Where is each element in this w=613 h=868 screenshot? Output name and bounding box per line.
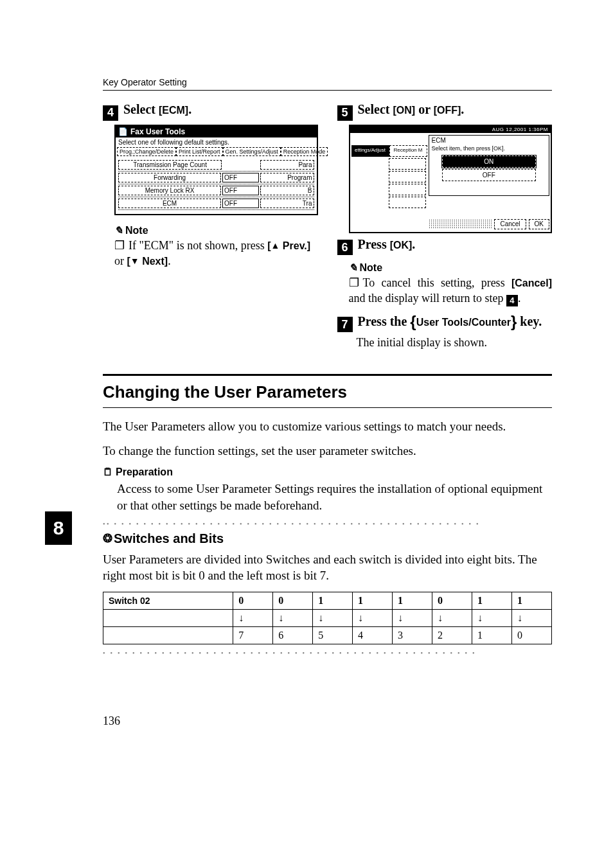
step4-button-label: [ECM] [159,105,188,116]
prev-button-label: [▲ Prev.] [267,240,310,251]
step6-ok-label: [OK] [390,240,413,251]
table-cell: ↓ [393,609,432,626]
sub-head-text: Switches and Bits [114,531,224,545]
cancel-button-label: [Cancel] [511,278,552,288]
lcd-subtitle: Select one of following default settings… [116,137,317,147]
fax-icon: 📄 [118,127,128,136]
lcd-cell: Forwarding [118,173,221,182]
lcd-tab: Print List/Report [176,147,223,156]
pencil-icon: ✎ [114,225,123,236]
table-cell: ↓ [313,609,353,626]
clipboard-icon: 🗒 [103,466,113,477]
table-cell: ↓ [432,609,472,626]
lcd-dash [389,171,426,182]
table-cell: 1 [472,592,511,609]
table-cell: 6 [273,626,313,644]
note-text-c: . [168,254,171,267]
table-cell: 1 [313,592,353,609]
table-cell: 1 [511,592,551,609]
lcd-row: ECM OFF Tra [118,197,314,210]
table-cell: 0 [273,592,313,609]
lcd-cell: Memory Lock RX [118,186,221,195]
note-heading: ✎Note [349,261,553,274]
lcd-tab: Prog.;Change/Delete [117,147,176,156]
lcd-on-button: ON [442,155,537,168]
next-button-label: [▼ Next] [127,256,168,267]
key-open-bracket-icon: { [410,313,416,330]
note6-text-c: . [518,292,521,305]
lcd-cell: Para [260,160,314,170]
table-cell: 0 [511,626,551,644]
step-7: 7 Press the {User Tools/Counter} key. [337,312,553,330]
dot-divider: ••••••••••••••••••••••••••••••••••••••••… [103,520,552,527]
table-cell [103,609,233,626]
head-rule [103,90,552,91]
step7-text-b: key. [517,314,542,328]
step-4: 4 Select [ECM]. [103,102,318,118]
bullet-icon: ❐ [349,276,359,289]
lcd-cell: Tra [260,199,314,208]
lcd-panel-sub: Select item, then press [OK]. [429,145,549,154]
table-row: ↓ ↓ ↓ ↓ ↓ ↓ ↓ ↓ [103,609,552,626]
table-cell: 4 [353,626,393,644]
lcd-off-button: OFF [442,169,537,181]
preparation-heading: 🗒Preparation [103,466,552,478]
lcd-left-tab: Reception M [389,145,427,157]
lcd-cell: ECM [118,199,221,208]
lcd-tabs: Prog.;Change/Delete Print List/Report Ge… [116,147,317,157]
lcd-cell: Transmission Page Count [118,160,222,170]
section-title: Changing the User Parameters [103,382,552,402]
step-number-icon: 5 [337,105,353,121]
section-p2: To change the function settings, set the… [103,443,552,459]
step5-text-c: . [461,102,464,116]
step-number-icon: 7 [337,317,353,332]
step-number-icon: 4 [103,105,118,121]
subsection-heading: ❂Switches and Bits [103,531,552,546]
note-body: ❐If "ECM" is not shown, press [▲ Prev.] … [114,238,318,269]
step6-text-b: . [412,237,415,251]
chapter-tab: 8 [45,511,72,545]
subsection-p: User Parameters are divided into Switche… [103,551,552,584]
table-cell: 0 [432,592,472,609]
step4-text-b: . [188,102,191,116]
section-rule [103,374,552,376]
step5-text-a: Select [358,102,393,116]
step-number-icon: 6 [337,240,353,255]
note-heading: ✎Note [114,224,318,236]
table-cell: ↓ [273,609,313,626]
preparation-body: Access to some User Parameter Settings r… [117,481,552,513]
lcd-spacer [429,219,492,229]
table-row: Switch 02 0 0 1 1 1 0 1 1 [103,592,552,609]
lcd-tab: Gen. Settings/Adjust [223,147,281,156]
table-cell: 1 [393,592,432,609]
lcd-dash [389,158,426,170]
pencil-icon: ✎ [349,262,357,273]
table-cell: 7 [233,626,273,644]
note-body: ❐To cancel this setting, press [Cancel] … [349,275,553,306]
prep-label: Preparation [116,466,173,477]
bullet-icon: ❐ [114,239,125,252]
table-cell: 5 [313,626,353,644]
table-cell: 1 [353,592,393,609]
step5-on-label: [ON] [393,105,415,116]
lcd-ecm-on-off: AUG 12,2001 1:36PM ettings/Adjust Recept… [349,125,553,233]
note6-text-b: and the display will return to step [349,292,506,305]
lcd-row: Memory Lock RX OFF B [118,184,314,197]
table-cell: ↓ [353,609,393,626]
step5-off-label: [OFF] [434,105,461,116]
step7-text-a: Press the [358,314,411,328]
section-rule [103,407,552,408]
step4-text-a: Select [123,102,159,116]
running-head: Key Operator Setting [103,77,552,87]
lcd-datebar: AUG 12,2001 1:36PM [350,126,551,133]
lcd-tab: Reception Mode [281,147,328,156]
table-cell: 0 [233,592,273,609]
table-row-label: Switch 02 [103,592,233,609]
lcd-row: Forwarding OFF Program [118,172,314,184]
lcd-title: 📄 Fax User Tools [116,126,317,137]
section-p1: The User Parameters allow you to customi… [103,418,552,435]
table-cell: ↓ [233,609,273,626]
lcd-dash [389,197,426,208]
step-ref-icon: 4 [506,295,518,306]
note6-text-a: To cancel this setting, press [363,276,511,289]
